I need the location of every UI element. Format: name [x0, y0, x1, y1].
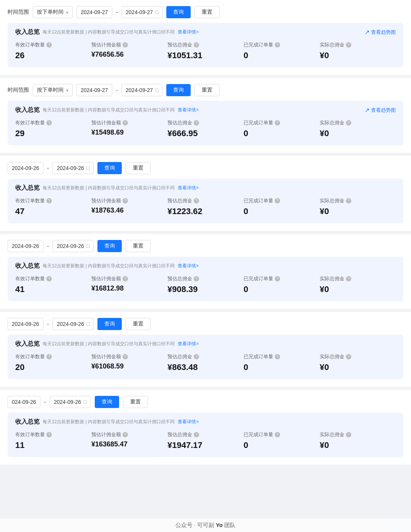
info-icon[interactable]: ? — [46, 354, 52, 359]
stat-label: 有效订单数量? — [15, 431, 91, 438]
date-end-input[interactable]: 2024-09-26□ — [53, 318, 94, 330]
stat-label-text: 有效订单数量 — [15, 431, 45, 438]
stat-item-2: 预估总佣金?¥1223.62 — [167, 197, 244, 216]
info-icon[interactable]: ? — [194, 354, 199, 359]
date-start-input[interactable]: 2024-09-27 — [76, 84, 112, 96]
info-icon[interactable]: ? — [194, 276, 199, 281]
info-icon[interactable]: ? — [46, 276, 52, 281]
info-icon[interactable]: ? — [123, 120, 128, 125]
reset-button[interactable]: 重置 — [126, 162, 151, 174]
stat-label-text: 已完成订单量 — [244, 431, 273, 438]
section-s3: 2024-09-26-2024-09-26□查询重置收入总览每天12点前更新数据… — [0, 156, 411, 231]
info-icon[interactable]: ? — [346, 120, 351, 125]
income-detail-link[interactable]: 查看详情> — [178, 419, 199, 425]
query-button[interactable]: 查询 — [97, 162, 122, 174]
reset-button[interactable]: 重置 — [123, 396, 148, 408]
query-button[interactable]: 查询 — [97, 318, 122, 330]
query-button[interactable]: 查询 — [97, 240, 122, 252]
reset-button[interactable]: 重置 — [194, 84, 220, 96]
income-detail-link[interactable]: 查看详情> — [178, 341, 199, 347]
date-start-value: 2024-09-26 — [12, 321, 39, 327]
info-icon[interactable]: ? — [194, 198, 199, 203]
stat-label: 预估计佣金额? — [91, 431, 167, 438]
stat-label: 有效订单数量? — [15, 119, 91, 126]
section-s2: 时间范围按下单时间∨2024-09-27-2024-09-27□查询重置收入总览… — [0, 78, 411, 153]
info-icon[interactable]: ? — [275, 276, 280, 281]
income-card: 收入总览每天12点前更新数据 | 内容数据引导成交口径与真实计佣口径不同查看详情… — [8, 413, 403, 457]
info-icon[interactable]: ? — [275, 354, 280, 359]
info-icon[interactable]: ? — [194, 42, 199, 48]
watermark-text: 公众号 · 可可副 Yo 团队 — [175, 522, 236, 529]
income-subtitle: 每天12点前更新数据 | 内容数据引导成交口径与真实计佣口径不同 — [43, 107, 175, 113]
stat-value: ¥0 — [320, 284, 396, 294]
info-icon[interactable]: ? — [275, 42, 280, 48]
income-detail-link[interactable]: 查看详情> — [178, 185, 199, 191]
income-stats-row: 有效订单数量?26预估计佣金额?¥76656.56预估总佣金?¥1051.31已… — [15, 41, 396, 60]
date-start-input[interactable]: 2024-09-26 — [8, 162, 43, 174]
date-start-value: 2024-09-27 — [81, 87, 108, 93]
info-icon[interactable]: ? — [346, 276, 351, 281]
date-end-input[interactable]: 2024-09-27□ — [121, 6, 162, 18]
date-end-input[interactable]: 2024-09-26□ — [53, 162, 94, 174]
date-separator: - — [44, 399, 46, 405]
info-icon[interactable]: ? — [123, 276, 128, 281]
info-icon[interactable]: ? — [275, 432, 280, 437]
date-end-value: 2024-09-27 — [126, 87, 153, 93]
info-icon[interactable]: ? — [123, 42, 128, 48]
reset-button[interactable]: 重置 — [126, 318, 151, 330]
stat-label-text: 预估总佣金 — [167, 353, 192, 360]
stat-label-text: 已完成订单量 — [244, 119, 273, 126]
stat-label-text: 有效订单数量 — [15, 119, 45, 126]
income-detail-link[interactable]: 查看详情> — [178, 107, 199, 113]
trend-link[interactable]: ↗查看趋势图 — [365, 106, 396, 114]
filter-row: 2024-09-26-2024-09-26□查询重置 — [8, 240, 403, 252]
info-icon[interactable]: ? — [123, 198, 128, 203]
trend-link-label: 查看趋势图 — [371, 29, 396, 36]
query-button[interactable]: 查询 — [166, 6, 191, 18]
info-icon[interactable]: ? — [46, 432, 52, 437]
filter-label: 时间范围 — [8, 9, 29, 16]
info-icon[interactable]: ? — [46, 42, 52, 48]
date-start-input[interactable]: 2024-09-26 — [8, 240, 43, 252]
info-icon[interactable]: ? — [275, 120, 280, 125]
date-start-input[interactable]: 2024-09-27 — [76, 6, 112, 18]
stat-value: 47 — [15, 206, 91, 216]
date-start-input[interactable]: 024-09-26 — [8, 396, 40, 408]
info-icon[interactable]: ? — [194, 120, 199, 125]
income-detail-link[interactable]: 查看详情> — [178, 263, 199, 269]
stat-label: 有效订单数量? — [15, 353, 91, 360]
info-icon[interactable]: ? — [194, 432, 199, 437]
stat-label: 预估计佣金额? — [91, 197, 167, 204]
info-icon[interactable]: ? — [346, 432, 351, 437]
info-icon[interactable]: ? — [275, 198, 280, 203]
date-start-input[interactable]: 2024-09-26 — [8, 318, 43, 330]
trend-link[interactable]: ↗查看趋势图 — [365, 29, 396, 36]
trend-icon: ↗ — [365, 29, 370, 36]
info-icon[interactable]: ? — [46, 120, 52, 125]
date-end-input[interactable]: 2024-09-26□ — [50, 396, 91, 408]
stat-value: 0 — [244, 51, 320, 60]
stat-value: 0 — [244, 362, 320, 372]
info-icon[interactable]: ? — [123, 432, 128, 437]
info-icon[interactable]: ? — [46, 198, 52, 203]
info-icon[interactable]: ? — [346, 42, 351, 48]
income-title-row: 收入总览每天12点前更新数据 | 内容数据引导成交口径与真实计佣口径不同查看详情… — [15, 418, 199, 426]
date-end-input[interactable]: 2024-09-26□ — [53, 240, 94, 252]
info-icon[interactable]: ? — [346, 198, 351, 203]
date-end-input[interactable]: 2024-09-27□ — [121, 84, 162, 96]
stat-value: 11 — [15, 440, 91, 450]
info-icon[interactable]: ? — [346, 354, 351, 359]
query-button[interactable]: 查询 — [166, 84, 191, 96]
query-button[interactable]: 查询 — [95, 396, 119, 408]
reset-button[interactable]: 重置 — [126, 240, 151, 252]
stat-item-2: 预估总佣金?¥863.48 — [167, 353, 244, 372]
stat-label: 已完成订单量? — [244, 275, 320, 282]
reset-button[interactable]: 重置 — [194, 6, 220, 18]
income-detail-link[interactable]: 查看详情> — [178, 29, 199, 35]
time-type-select[interactable]: 按下单时间∨ — [33, 84, 73, 96]
stat-item-0: 有效订单数量?41 — [15, 275, 91, 294]
info-icon[interactable]: ? — [123, 354, 128, 359]
income-subtitle: 每天12点前更新数据 | 内容数据引导成交口径与真实计佣口径不同 — [43, 419, 175, 425]
stat-label: 预估总佣金? — [167, 353, 244, 360]
time-type-select[interactable]: 按下单时间∨ — [33, 6, 73, 18]
